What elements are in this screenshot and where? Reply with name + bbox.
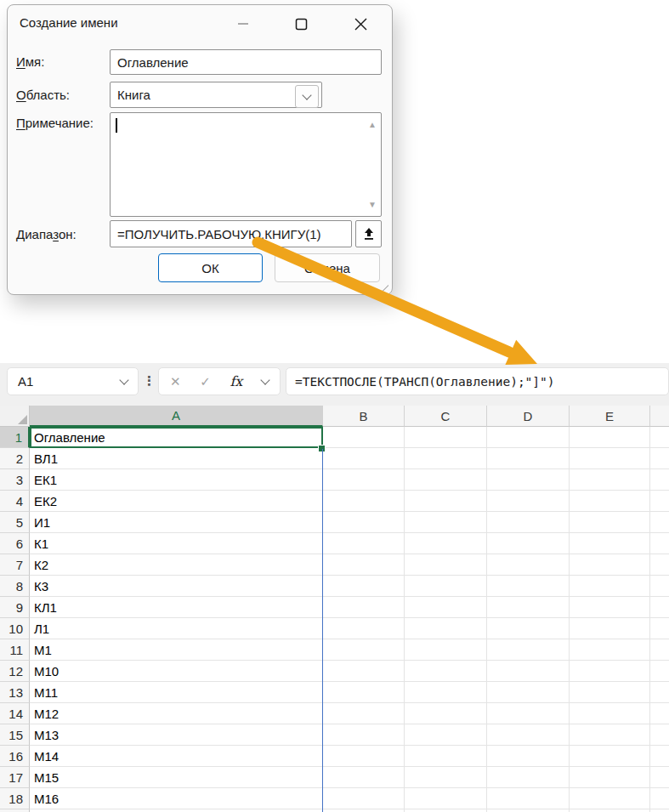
cell[interactable]: К3 xyxy=(30,576,323,597)
cell[interactable] xyxy=(650,724,669,746)
cell[interactable] xyxy=(650,682,669,703)
cell[interactable] xyxy=(405,703,487,724)
cell[interactable] xyxy=(323,554,405,576)
cell[interactable] xyxy=(570,746,650,767)
cell[interactable] xyxy=(650,533,669,554)
cell[interactable] xyxy=(570,661,650,682)
cell[interactable] xyxy=(323,767,405,788)
cell[interactable] xyxy=(487,746,570,767)
cell[interactable] xyxy=(323,469,405,491)
cell[interactable] xyxy=(487,512,570,533)
cell[interactable] xyxy=(650,427,669,448)
cell[interactable]: М15 xyxy=(30,767,323,788)
column-header-A[interactable]: A xyxy=(30,406,323,427)
cell[interactable] xyxy=(650,703,669,724)
cell[interactable]: М12 xyxy=(30,703,323,724)
enter-entry-icon[interactable]: ✓ xyxy=(200,374,211,389)
cell[interactable] xyxy=(405,661,487,682)
cell[interactable]: К1 xyxy=(30,533,323,554)
cell[interactable] xyxy=(405,618,487,639)
cell[interactable]: ЕК1 xyxy=(30,469,323,491)
cell[interactable] xyxy=(650,554,669,576)
cell[interactable] xyxy=(570,554,650,576)
cell[interactable] xyxy=(650,639,669,661)
cell[interactable] xyxy=(650,767,669,788)
cell[interactable] xyxy=(405,533,487,554)
cell[interactable] xyxy=(405,682,487,703)
cell[interactable] xyxy=(570,448,650,469)
cell[interactable] xyxy=(405,788,487,809)
cell[interactable] xyxy=(487,767,570,788)
cell[interactable]: М11 xyxy=(30,682,323,703)
cell[interactable]: М14 xyxy=(30,746,323,767)
cell[interactable] xyxy=(487,491,570,512)
cell[interactable] xyxy=(650,512,669,533)
cell[interactable]: ЕК2 xyxy=(30,491,323,512)
cell[interactable] xyxy=(487,554,570,576)
row-header[interactable]: 8 xyxy=(0,576,30,597)
cell[interactable] xyxy=(570,703,650,724)
cell[interactable]: М1 xyxy=(30,639,323,661)
row-header[interactable]: 13 xyxy=(0,682,30,703)
cell[interactable] xyxy=(323,576,405,597)
cell[interactable] xyxy=(405,767,487,788)
cell[interactable] xyxy=(570,597,650,618)
cell[interactable] xyxy=(650,576,669,597)
comment-textarea[interactable]: ▲ ▼ xyxy=(110,112,382,217)
formula-input[interactable]: =ТЕКСТПОСЛЕ(ТРАНСП(Оглавление);"]") xyxy=(286,367,669,395)
cell[interactable] xyxy=(570,512,650,533)
column-header-partial[interactable] xyxy=(650,406,669,427)
cell[interactable] xyxy=(323,512,405,533)
cell[interactable] xyxy=(405,512,487,533)
column-header-C[interactable]: C xyxy=(405,406,487,427)
cell[interactable] xyxy=(570,533,650,554)
cell[interactable] xyxy=(405,746,487,767)
select-all-button[interactable] xyxy=(0,406,30,427)
cell[interactable] xyxy=(405,427,487,448)
scroll-down-icon[interactable]: ▼ xyxy=(368,200,377,209)
cell[interactable] xyxy=(650,661,669,682)
cell[interactable] xyxy=(405,724,487,746)
scroll-up-icon[interactable]: ▲ xyxy=(368,120,377,129)
cell[interactable] xyxy=(487,533,570,554)
row-header[interactable]: 3 xyxy=(0,469,30,491)
row-header[interactable]: 15 xyxy=(0,724,30,746)
cell[interactable] xyxy=(323,703,405,724)
row-header[interactable]: 14 xyxy=(0,703,30,724)
cell[interactable] xyxy=(405,576,487,597)
dropdown-button[interactable] xyxy=(295,85,319,108)
cell[interactable] xyxy=(323,448,405,469)
cell[interactable] xyxy=(487,448,570,469)
cell[interactable] xyxy=(650,448,669,469)
cell[interactable] xyxy=(323,788,405,809)
cell[interactable] xyxy=(650,788,669,809)
cell[interactable] xyxy=(487,661,570,682)
cancel-button[interactable]: Отмена xyxy=(275,253,380,282)
cell[interactable] xyxy=(487,724,570,746)
resize-grip[interactable] xyxy=(377,280,388,291)
row-header[interactable]: 9 xyxy=(0,597,30,618)
name-box[interactable]: A1 xyxy=(7,367,139,395)
cell[interactable] xyxy=(570,618,650,639)
cell[interactable] xyxy=(323,746,405,767)
cell[interactable] xyxy=(650,491,669,512)
cell[interactable] xyxy=(570,788,650,809)
row-header[interactable]: 2 xyxy=(0,448,30,469)
cell[interactable] xyxy=(323,639,405,661)
drag-handle-icon[interactable]: ⋮ xyxy=(143,373,156,389)
row-header[interactable]: 7 xyxy=(0,554,30,576)
cell[interactable] xyxy=(487,682,570,703)
row-header[interactable]: 16 xyxy=(0,746,30,767)
cell[interactable] xyxy=(405,554,487,576)
cell[interactable] xyxy=(487,427,570,448)
cell[interactable] xyxy=(570,469,650,491)
cell[interactable] xyxy=(570,491,650,512)
row-header[interactable]: 6 xyxy=(0,533,30,554)
cell[interactable] xyxy=(323,597,405,618)
row-header[interactable]: 10 xyxy=(0,618,30,639)
cell[interactable]: Оглавление xyxy=(30,427,323,448)
cell[interactable] xyxy=(570,724,650,746)
row-header[interactable]: 12 xyxy=(0,661,30,682)
cell[interactable] xyxy=(650,597,669,618)
cell[interactable] xyxy=(650,618,669,639)
